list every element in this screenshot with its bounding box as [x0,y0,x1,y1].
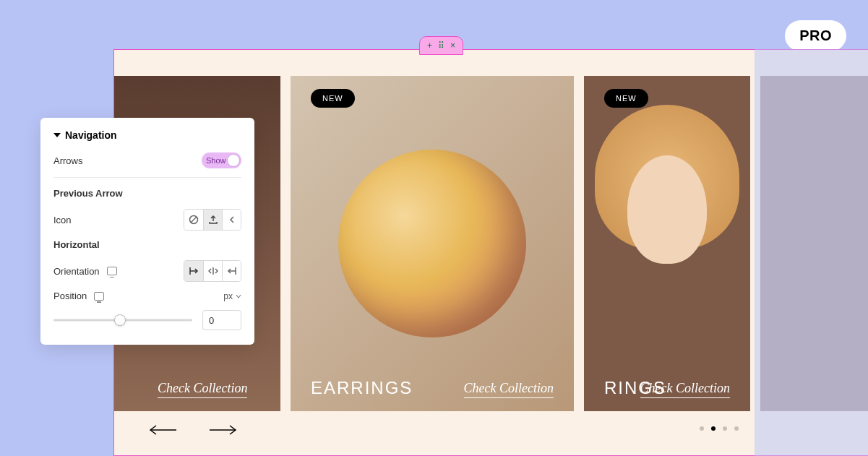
carousel-nav-arrows [149,425,237,435]
carousel-dot[interactable] [711,426,716,431]
new-badge: NEW [604,89,648,108]
check-collection-link[interactable]: Check Collection [464,381,554,398]
toggle-knob [227,154,240,167]
align-end-button[interactable] [222,261,241,281]
slide-image-placeholder [584,76,750,411]
pro-badge: PRO [785,20,846,51]
upload-icon [208,215,218,225]
position-slider[interactable] [53,313,192,327]
desktop-icon[interactable] [107,267,117,275]
align-start-button[interactable] [184,261,203,281]
check-collection-link[interactable]: Check Collection [640,381,730,398]
navigation-settings-panel: Navigation Arrows Show Previous Arrow Ic… [40,118,254,345]
svg-line-4 [191,217,197,223]
prev-arrow-icon[interactable] [149,425,178,435]
toggle-text: Show [206,156,226,165]
carousel-dots [700,426,739,431]
position-input[interactable] [202,310,241,330]
orientation-label: Orientation [53,266,100,277]
carousel-dot[interactable] [734,426,739,431]
new-badge: NEW [311,89,355,108]
previous-arrow-heading: Previous Arrow [53,188,241,199]
icon-label: Icon [53,215,72,225]
carousel-dot[interactable] [700,426,704,431]
desktop-icon[interactable] [94,292,104,301]
editor-widget-handle[interactable]: + ⠿ × [419,36,463,55]
panel-header[interactable]: Navigation [53,129,241,141]
check-collection-link[interactable]: Check Collection [158,381,247,398]
next-arrow-icon[interactable] [208,425,237,435]
svg-marker-2 [53,133,61,137]
align-center-icon [208,267,218,275]
icon-chevron-button[interactable] [222,210,241,230]
align-start-icon [189,267,199,275]
arrows-label: Arrows [53,155,82,166]
canvas-edge-overlay [755,49,868,456]
slide-item[interactable]: NEW RINGS Check Collection [584,76,750,411]
icon-none-button[interactable] [184,210,203,230]
icon-library-button[interactable] [203,210,222,230]
add-icon[interactable]: + [427,40,432,51]
divider [53,177,241,178]
chevron-down-icon [236,294,241,298]
caret-down-icon [53,132,61,139]
drag-grip-icon[interactable]: ⠿ [438,40,444,51]
close-icon[interactable]: × [450,40,455,51]
carousel-dot[interactable] [723,426,727,431]
align-center-button[interactable] [203,261,222,281]
position-unit-select[interactable]: px [223,291,241,301]
orientation-button-group [184,260,241,282]
align-end-icon [227,267,237,275]
position-label: Position [53,291,87,301]
icon-button-group [184,209,241,231]
arrows-toggle[interactable]: Show [202,152,241,168]
panel-title: Navigation [65,129,117,141]
slide-title: EARRINGS [311,378,413,398]
slider-thumb[interactable] [114,314,126,326]
chevron-left-icon [228,215,236,224]
horizontal-heading: Horizontal [53,239,241,250]
ban-icon [189,215,199,225]
slide-item[interactable]: NEW EARRINGS Check Collection [291,76,574,411]
slide-image-placeholder [291,76,574,411]
